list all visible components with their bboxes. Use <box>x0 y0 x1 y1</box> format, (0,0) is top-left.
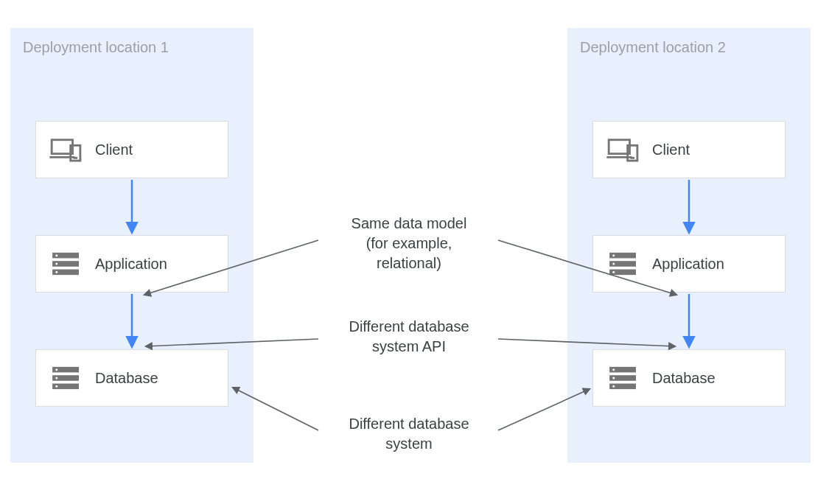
application-label: Application <box>652 256 724 273</box>
svg-point-8 <box>55 262 57 265</box>
client-box-left: Client <box>35 121 228 178</box>
zone-title-1: Deployment location 1 <box>23 39 169 56</box>
client-label: Client <box>95 141 133 158</box>
svg-point-7 <box>55 254 57 256</box>
svg-point-13 <box>55 368 57 371</box>
svg-point-14 <box>55 377 57 379</box>
application-label: Application <box>95 256 167 273</box>
server-icon <box>49 365 83 391</box>
svg-point-25 <box>612 271 615 273</box>
svg-point-15 <box>55 385 57 388</box>
svg-point-31 <box>612 385 615 388</box>
zone-title-2: Deployment location 2 <box>580 39 726 56</box>
application-box-left: Application <box>35 235 228 293</box>
annotation-different-system: Different database system <box>324 414 494 454</box>
annotation-different-api: Different database system API <box>324 317 494 357</box>
svg-point-24 <box>612 262 615 265</box>
application-box-right: Application <box>592 235 786 293</box>
diagram-stage: Deployment location 1 Deployment locatio… <box>0 0 815 504</box>
devices-icon <box>606 137 640 162</box>
server-icon <box>49 251 83 276</box>
database-box-left: Database <box>35 349 228 407</box>
client-label: Client <box>652 141 690 158</box>
svg-point-29 <box>612 368 615 371</box>
svg-point-23 <box>612 254 615 256</box>
server-icon <box>606 251 640 276</box>
devices-icon <box>49 137 83 162</box>
client-box-right: Client <box>592 121 786 178</box>
svg-point-30 <box>612 377 615 379</box>
svg-point-9 <box>55 271 57 273</box>
database-label: Database <box>652 370 716 387</box>
annotation-same-data-model: Same data model (for example, relational… <box>324 214 494 273</box>
database-box-right: Database <box>592 349 786 407</box>
server-icon <box>606 365 640 391</box>
database-label: Database <box>95 370 158 387</box>
